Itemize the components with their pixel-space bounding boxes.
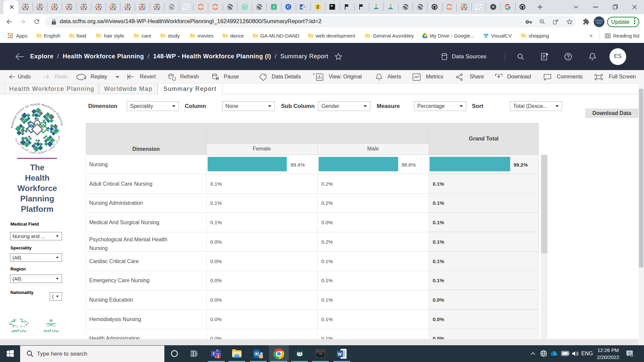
svg-text:1: 1 — [217, 355, 219, 358]
svg-text:Z: Z — [317, 5, 319, 9]
svg-text:C: C — [287, 5, 290, 9]
svg-text:وزارة الصحة: وزارة الصحة — [44, 329, 58, 333]
svg-text:W: W — [338, 352, 342, 357]
svg-text:CAL: CAL — [318, 353, 323, 355]
svg-text:W: W — [301, 5, 304, 9]
svg-text:#: # — [273, 5, 275, 9]
svg-text:وزارة التعليم: وزارة التعليم — [11, 329, 26, 333]
svg-text:T: T — [213, 352, 215, 356]
